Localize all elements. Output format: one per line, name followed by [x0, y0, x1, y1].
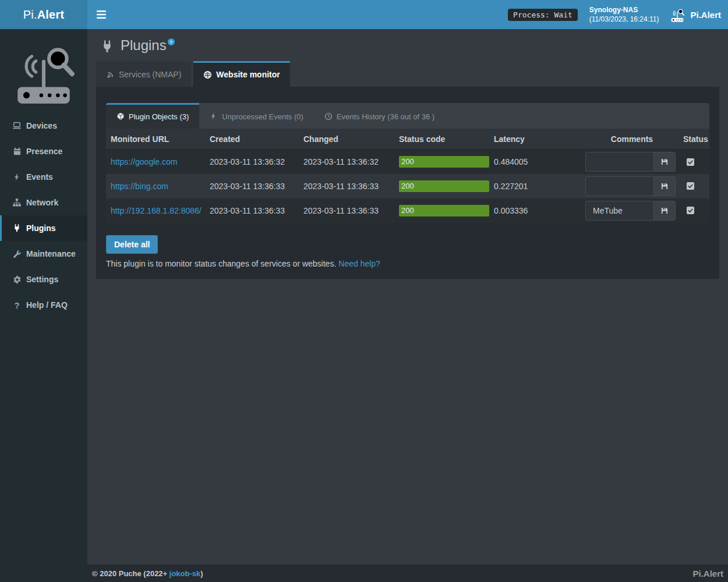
footer-suffix: ): [200, 569, 203, 578]
sidebar-item-label: Presence: [26, 147, 62, 156]
page-title-row: Plugins ?: [96, 34, 719, 60]
navbar-app-name[interactable]: Pi.Alert: [690, 10, 721, 20]
delete-all-button[interactable]: Delete all: [106, 235, 158, 254]
sidebar-item-devices[interactable]: Devices: [0, 113, 87, 139]
plugin-tabs: Services (NMAP) Website monitor: [96, 61, 719, 87]
device-info: Synology-NAS (11/03/2023, 16:24:11): [589, 5, 659, 24]
brand-logo[interactable]: Pi.Alert: [0, 0, 87, 29]
globe-icon: [203, 70, 212, 79]
comment-input[interactable]: [585, 152, 653, 172]
monitored-url-link[interactable]: https://bing.com: [111, 182, 168, 191]
plugin-helper-text: This plugin is to monitor status changes…: [106, 259, 709, 268]
plug-icon: [101, 40, 114, 53]
comment-input-group: [585, 176, 676, 196]
gear-icon: [12, 275, 22, 284]
brand-bold: Alert: [37, 8, 65, 22]
comment-input-group: [585, 201, 676, 221]
table-row: http://192.168.1.82:8086/ 2023-03-11 13:…: [106, 198, 709, 223]
sidebar-item-network[interactable]: Network: [0, 190, 87, 215]
hamburger-icon: [97, 10, 106, 19]
monitored-url-link[interactable]: https://google.com: [111, 157, 177, 166]
sidebar-toggle-button[interactable]: [87, 0, 115, 29]
sidebar-menu: Devices Presence Events Network: [0, 113, 87, 318]
website-monitor-panel: Plugin Objects (3) Unprocessed Events (0…: [96, 87, 719, 279]
tab-label: Website monitor: [216, 70, 280, 79]
table-body: https://google.com 2023-03-11 13:36:32 2…: [106, 150, 709, 223]
sidebar-item-label: Settings: [26, 275, 58, 284]
jokob-sk-link[interactable]: jokob-sk: [169, 569, 200, 578]
footer-copyright: © 2020 Puche (2022+: [92, 569, 167, 578]
latency-cell: 0.227201: [489, 174, 581, 198]
sidebar-item-maintenance[interactable]: Maintenance: [0, 241, 87, 267]
navbar-right: Process: Wait Synology-NAS (11/03/2023, …: [508, 5, 728, 24]
device-name: Synology-NAS: [589, 5, 659, 15]
monitored-url-link[interactable]: http://192.168.1.82:8086/: [111, 206, 202, 215]
check-icon: [687, 159, 694, 165]
sidebar-item-help-faq[interactable]: ? Help / FAQ: [0, 292, 87, 318]
plug-icon: [12, 223, 22, 233]
column-header-changed[interactable]: Changed: [299, 129, 394, 150]
table-row: https://bing.com 2023-03-11 13:36:33 202…: [106, 174, 709, 198]
tab-plugin-objects[interactable]: Plugin Objects (3): [106, 103, 199, 129]
changed-cell: 2023-03-11 13:36:32: [299, 150, 394, 174]
status-checkbox[interactable]: [687, 182, 694, 190]
sidebar-item-events[interactable]: Events: [0, 164, 87, 190]
status-checkbox[interactable]: [687, 158, 694, 166]
status-code-bar: 200: [399, 180, 489, 192]
broadcast-icon: [106, 70, 115, 79]
tab-website-monitor[interactable]: Website monitor: [193, 61, 289, 87]
column-header-monitored-url[interactable]: Monitored URL: [106, 129, 205, 150]
sidebar-item-settings[interactable]: Settings: [0, 267, 87, 292]
save-comment-button[interactable]: [653, 176, 676, 196]
need-help-link[interactable]: Need help?: [338, 259, 380, 268]
floppy-save-icon: [660, 182, 669, 190]
footer-app-name: Pi.Alert: [692, 569, 723, 579]
floppy-save-icon: [660, 158, 669, 166]
sidebar-item-label: Events: [26, 172, 53, 182]
plugin-objects-table: Monitored URL Created Changed Status cod…: [106, 129, 709, 223]
save-comment-button[interactable]: [653, 152, 676, 172]
clock-icon: [324, 112, 333, 120]
column-header-status-code[interactable]: Status code: [394, 129, 489, 150]
tab-unprocessed-events[interactable]: Unprocessed Events (0): [199, 103, 313, 129]
column-header-latency[interactable]: Latency: [489, 129, 581, 150]
tab-services-nmap[interactable]: Services (NMAP): [96, 61, 191, 87]
device-timestamp: (11/03/2023, 16:24:11): [589, 15, 659, 24]
bolt-icon: [210, 112, 218, 120]
sidebar-item-presence[interactable]: Presence: [0, 139, 87, 164]
helper-text: This plugin is to monitor status changes…: [106, 259, 336, 268]
latency-cell: 0.484005: [489, 150, 581, 174]
tab-label: Events History (36 out of 36 ): [337, 112, 434, 121]
laptop-icon: [12, 121, 22, 130]
comment-input-group: [585, 152, 676, 172]
status-checkbox[interactable]: [687, 207, 694, 214]
tab-events-history[interactable]: Events History (36 out of 36 ): [314, 103, 445, 129]
sidebar: Devices Presence Events Network: [0, 29, 87, 582]
sidebar-item-label: Plugins: [26, 223, 56, 233]
sidebar-item-plugins[interactable]: Plugins: [0, 215, 87, 241]
comment-input[interactable]: [585, 201, 653, 221]
column-header-comments[interactable]: Comments: [581, 129, 678, 150]
sidebar-item-label: Network: [26, 198, 58, 207]
status-code-bar: 200: [399, 156, 489, 168]
sidebar-item-label: Devices: [26, 121, 57, 130]
table-row: https://google.com 2023-03-11 13:36:32 2…: [106, 150, 709, 174]
tab-label: Services (NMAP): [119, 70, 181, 79]
column-header-status[interactable]: Status: [678, 129, 709, 150]
calendar-icon: [12, 147, 22, 156]
changed-cell: 2023-03-11 13:36:33: [299, 198, 394, 223]
check-icon: [687, 207, 694, 214]
created-cell: 2023-03-11 13:36:33: [205, 198, 299, 223]
column-header-created[interactable]: Created: [205, 129, 299, 150]
process-status-badge: Process: Wait: [508, 9, 578, 21]
pialert-router-icon: [669, 6, 685, 23]
help-badge[interactable]: ?: [168, 38, 175, 45]
comment-input[interactable]: [585, 176, 653, 196]
page-title: Plugins: [121, 37, 167, 54]
cube-icon: [116, 112, 125, 120]
changed-cell: 2023-03-11 13:36:33: [299, 174, 394, 198]
floppy-save-icon: [660, 207, 669, 215]
table-header-row: Monitored URL Created Changed Status cod…: [106, 129, 709, 150]
sitemap-icon: [12, 198, 22, 207]
save-comment-button[interactable]: [653, 201, 676, 221]
